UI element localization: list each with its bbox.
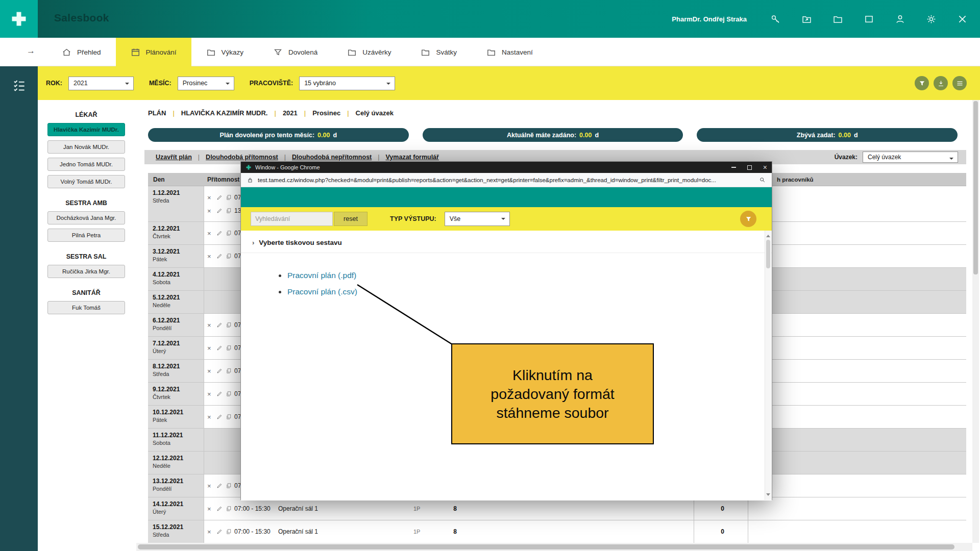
popup-titlebar[interactable]: Window - Google Chrome × [241, 162, 772, 173]
output-type-select[interactable]: Vše [445, 212, 510, 226]
doc-icon[interactable] [226, 322, 232, 328]
doc-icon[interactable] [226, 506, 232, 512]
staff-item-jan-novak-mudr[interactable]: Jan Novák MUDr. [47, 140, 125, 154]
pencil-icon[interactable] [216, 506, 223, 512]
pencil-icon[interactable] [216, 483, 223, 489]
shift-time: 07:00 - 15:30 [234, 505, 271, 512]
folder-icon [206, 47, 216, 57]
tab-svatky[interactable]: Svátky [406, 38, 472, 66]
download-button[interactable] [934, 76, 948, 90]
pencil-icon[interactable] [216, 208, 223, 214]
popup-funnel-button[interactable] [740, 211, 756, 227]
staff-item-fuk-tomas[interactable]: Fuk Tomáš [47, 301, 125, 314]
doc-icon[interactable] [226, 391, 232, 397]
date-cell: 1.12.2021Středa [148, 186, 204, 221]
workload-select[interactable]: Celý úvazek [863, 152, 958, 163]
report-link-pracovni-plan-pdf[interactable]: Pracovní plán (.pdf) [287, 271, 356, 280]
user-icon[interactable] [895, 14, 905, 24]
pencil-icon[interactable] [216, 230, 223, 236]
toolbar-action-uzavrit-plan[interactable]: Uzavřít plán [156, 154, 192, 161]
folder-icon[interactable] [832, 14, 843, 24]
report-link-pracovni-plan-csv[interactable]: Pracovní plán (.csv) [287, 287, 357, 296]
tasklist-icon[interactable] [12, 79, 26, 92]
tab-vykazy[interactable]: Výkazy [191, 38, 259, 66]
doc-icon[interactable] [226, 368, 232, 374]
search-input[interactable] [251, 212, 333, 226]
doc-icon[interactable] [226, 208, 232, 214]
delete-shift-icon[interactable]: × [207, 506, 211, 512]
delete-shift-icon[interactable]: × [207, 194, 211, 201]
menu-button[interactable] [952, 76, 967, 90]
key-icon[interactable] [770, 14, 781, 24]
delete-shift-icon[interactable]: × [207, 322, 211, 329]
gear-icon[interactable] [926, 14, 937, 24]
delete-shift-icon[interactable]: × [207, 230, 211, 237]
tab-prehled[interactable]: Přehled [47, 38, 116, 66]
filter-funnel-button[interactable] [915, 76, 929, 90]
staff-item-pilna-petra[interactable]: Pilná Petra [47, 229, 125, 242]
vertical-scroll-thumb[interactable] [973, 101, 978, 274]
delete-shift-icon[interactable]: × [207, 345, 211, 352]
pencil-icon[interactable] [216, 529, 223, 535]
staff-item-dochazkova-jana-mgr[interactable]: Docházková Jana Mgr. [47, 211, 125, 224]
maximize-button[interactable] [747, 165, 752, 170]
minimize-button[interactable] [731, 167, 736, 168]
pencil-icon[interactable] [216, 391, 223, 397]
tab-nastaveni[interactable]: Nastavení [472, 38, 548, 66]
row-day: Neděle [153, 463, 204, 469]
toolbar-action-dlouhodoba-nepritomnost[interactable]: Dlouhodobá nepřítomnost [292, 154, 372, 161]
tab-dovolena[interactable]: Dovolená [258, 38, 332, 66]
doc-icon[interactable] [226, 345, 232, 351]
toolbar-action-vymazat-formular[interactable]: Vymazat formulář [386, 154, 439, 161]
row-date: 5.12.2021 [153, 294, 204, 301]
horizontal-scroll-thumb[interactable] [138, 544, 954, 549]
doc-icon[interactable] [226, 414, 232, 420]
tab-planovani[interactable]: Plánování [116, 38, 191, 66]
delete-shift-icon[interactable]: × [207, 414, 211, 420]
close-icon[interactable] [957, 14, 968, 24]
window-icon[interactable] [864, 14, 874, 24]
banner-label: Zbývá zadat: [797, 132, 836, 139]
scroll-down-arrow[interactable] [766, 493, 770, 498]
delete-shift-icon[interactable]: × [207, 391, 211, 397]
reset-button[interactable]: reset [334, 212, 368, 226]
doc-icon[interactable] [226, 230, 232, 236]
doc-icon[interactable] [226, 253, 232, 259]
staff-item-volny-tomas-mudr[interactable]: Volný Tomáš MUDr. [47, 175, 125, 188]
staff-item-hlavicka-kazimir-mudr[interactable]: Hlavička Kazimír MUDr. [47, 123, 125, 136]
folder-export-icon[interactable] [801, 14, 812, 24]
pencil-icon[interactable] [216, 345, 223, 351]
shift-tag: 1P [413, 506, 420, 512]
summary-banner: Zbývá zadat:0.00d [697, 128, 958, 142]
staff-item-jedno-tomas-mudr[interactable]: Jedno Tomáš MUDr. [47, 158, 125, 171]
delete-shift-icon[interactable]: × [207, 253, 211, 260]
staff-item-rucicka-jirka-mgr[interactable]: Ručička Jirka Mgr. [47, 265, 125, 278]
popup-scroll-thumb[interactable] [766, 240, 770, 268]
delete-shift-icon[interactable]: × [207, 207, 211, 214]
pencil-icon[interactable] [216, 194, 223, 201]
url-text[interactable]: test.tamed.cz/window.php?checked=&modul=… [258, 177, 754, 183]
delete-shift-icon[interactable]: × [207, 529, 211, 535]
pencil-icon[interactable] [216, 414, 223, 420]
summary-banner: Plán dovolené pro tento měsíc:0.00d [148, 128, 409, 142]
doc-icon[interactable] [226, 194, 232, 201]
delete-shift-icon[interactable]: × [207, 368, 211, 374]
row-date: 12.12.2021 [153, 455, 204, 462]
report-link-item: Pracovní plán (.csv) [279, 284, 772, 300]
collapse-arrow-icon[interactable]: → [27, 46, 35, 56]
toolbar-action-dlouhodoba-pritomnost[interactable]: Dlouhodobá přítomnost [206, 154, 278, 161]
pencil-icon[interactable] [216, 322, 223, 328]
delete-shift-icon[interactable]: × [207, 483, 211, 489]
month-select[interactable]: Prosinec [178, 77, 234, 90]
doc-icon[interactable] [226, 529, 232, 535]
workplace-select[interactable]: 15 vybráno [299, 77, 395, 90]
report-section-toggle[interactable]: › Vyberte tiskovou sestavu [241, 231, 772, 253]
pencil-icon[interactable] [216, 368, 223, 374]
doc-icon[interactable] [226, 483, 232, 489]
pencil-icon[interactable] [216, 253, 223, 259]
zoom-icon[interactable] [759, 177, 766, 183]
year-select[interactable]: 2021 [68, 77, 134, 90]
scroll-up-arrow[interactable] [766, 233, 770, 237]
tab-uzaverky[interactable]: Uzávěrky [332, 38, 406, 66]
popup-close-button[interactable]: × [763, 164, 767, 171]
